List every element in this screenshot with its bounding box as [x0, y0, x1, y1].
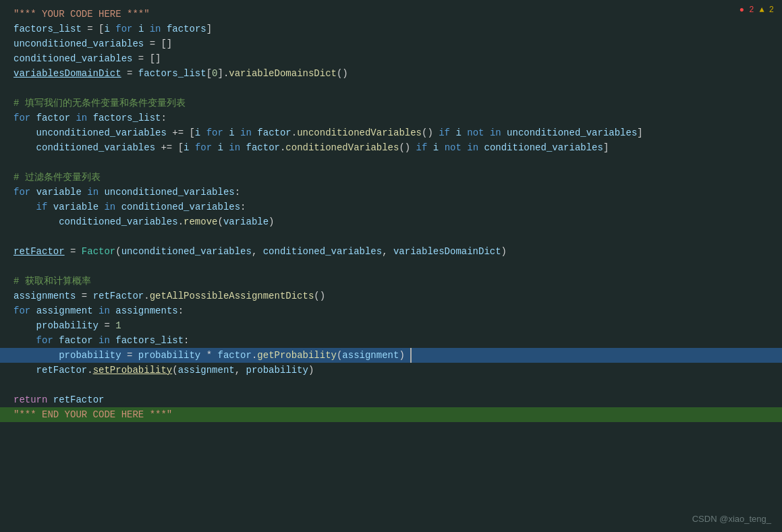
token: if — [416, 140, 428, 155]
token: in — [150, 22, 161, 36]
token: 1 — [115, 318, 121, 333]
token — [70, 111, 76, 125]
token: factors_list — [93, 111, 161, 125]
token: getAllPossibleAssignmentDicts — [150, 289, 314, 303]
code-line-15: conditioned_variables.remove(variable) — [0, 214, 782, 229]
token: , — [235, 363, 246, 378]
token: ( — [337, 348, 342, 363]
code-line-16 — [0, 229, 782, 244]
token: probability — [138, 348, 200, 363]
token — [30, 185, 36, 200]
token: in — [104, 200, 115, 214]
token: factors_list — [138, 66, 206, 81]
warning-badge: ▲ 2 — [759, 5, 774, 15]
token: unconditioned_variables — [36, 125, 167, 140]
token: assignment — [36, 303, 93, 318]
token: conditioned_variables — [121, 200, 240, 214]
token: * — [200, 348, 217, 363]
token: retFactor — [13, 244, 65, 259]
token: unconditioned_variables — [13, 36, 144, 51]
code-line-5: variablesDomainDict = factors_list[0].va… — [0, 66, 782, 81]
token: ( — [217, 214, 223, 229]
token: assignments — [115, 303, 177, 318]
code-line-4: conditioned_variables = [] — [0, 51, 782, 66]
token: in — [229, 140, 240, 155]
token — [478, 140, 484, 155]
code-line-24: probability = probability * factor.getPr… — [0, 348, 782, 363]
token: ) — [399, 348, 404, 363]
token: factors_list — [13, 22, 82, 36]
token: ( — [115, 244, 121, 259]
token: in — [76, 111, 87, 125]
code-line-2: factors_list = [i for i in factors] — [0, 22, 782, 36]
token — [30, 111, 36, 125]
token: retFactor — [53, 392, 105, 407]
token: return — [13, 392, 47, 407]
token: probability — [246, 363, 308, 378]
code-editor: ● 2 ▲ 2 "*** YOUR CODE HERE ***" factors… — [0, 0, 782, 532]
token: ]. — [218, 66, 229, 81]
code-line-13: for variable in unconditioned_variables: — [0, 185, 782, 200]
token: factor — [246, 140, 280, 155]
code-line-3: unconditioned_variables = [] — [0, 36, 782, 51]
code-line-25: retFactor.setProbability(assignment, pro… — [0, 363, 782, 378]
token — [427, 140, 432, 155]
code-line-1: "*** YOUR CODE HERE ***" — [0, 7, 782, 22]
token — [115, 200, 121, 214]
token: i — [433, 140, 439, 155]
warning-icon: ▲ — [759, 5, 769, 15]
token — [501, 125, 507, 140]
token: ] — [206, 22, 212, 36]
code-line-18 — [0, 259, 782, 274]
token — [13, 363, 36, 378]
token: conditioned_variables — [13, 51, 132, 66]
token: = — [121, 348, 138, 363]
token: () — [399, 140, 416, 155]
token: = [] — [132, 51, 161, 66]
token: retFactor — [93, 289, 144, 303]
code-line-11 — [0, 155, 782, 170]
token: . — [291, 125, 297, 140]
token: in — [99, 303, 110, 318]
token — [144, 22, 149, 36]
token: : — [184, 333, 189, 348]
token: for — [13, 111, 30, 125]
token: i — [218, 140, 223, 155]
token: : — [235, 185, 240, 200]
token: i — [104, 22, 109, 36]
token — [462, 140, 467, 155]
code-line-22: probability = 1 — [0, 318, 782, 333]
token: . — [280, 140, 285, 155]
token: , — [252, 244, 263, 259]
token — [82, 185, 87, 200]
token: in — [490, 125, 501, 140]
token: # 过滤条件变量列表 — [13, 170, 101, 185]
token: in — [467, 140, 478, 155]
token: () — [422, 125, 439, 140]
token — [132, 22, 138, 36]
code-line-26 — [0, 378, 782, 392]
token: variable — [36, 185, 82, 200]
token: assignment — [178, 363, 235, 378]
token — [13, 200, 36, 214]
token — [13, 214, 59, 229]
token: not — [445, 140, 462, 155]
token — [235, 125, 240, 140]
token: variable — [53, 200, 99, 214]
token: = — [121, 66, 138, 81]
code-line-23: for factor in factors_list: — [0, 333, 782, 348]
token — [161, 22, 167, 36]
token — [93, 333, 99, 348]
token: += [ — [167, 125, 195, 140]
watermark: CSDN @xiao_teng_ — [692, 514, 771, 524]
code-line-8: for factor in factors_list: — [0, 111, 782, 125]
token: in — [240, 125, 252, 140]
token: for — [115, 22, 132, 36]
token: () — [314, 289, 325, 303]
code-line-28: "*** END YOUR CODE HERE ***" — [0, 407, 782, 422]
token: ( — [172, 363, 177, 378]
token: . — [252, 348, 257, 363]
token — [110, 22, 115, 36]
token: Factor — [82, 244, 115, 259]
token — [110, 303, 115, 318]
